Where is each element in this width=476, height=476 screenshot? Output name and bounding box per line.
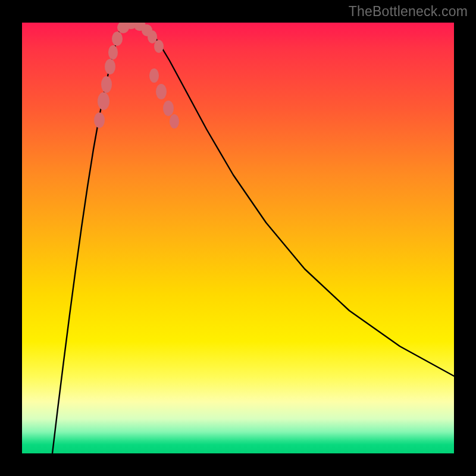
data-marker bbox=[149, 68, 159, 83]
data-marker bbox=[112, 32, 123, 46]
data-marker bbox=[154, 40, 164, 53]
data-marker bbox=[108, 45, 118, 60]
data-marker bbox=[163, 101, 174, 116]
data-marker bbox=[156, 84, 167, 99]
chart-frame: TheBottleneck.com bbox=[0, 0, 476, 476]
data-marker bbox=[148, 30, 157, 43]
data-marker bbox=[105, 59, 115, 74]
curve-path bbox=[52, 23, 454, 453]
data-marker bbox=[98, 92, 109, 110]
data-markers bbox=[94, 23, 179, 129]
data-marker bbox=[101, 76, 112, 93]
plot-area bbox=[22, 23, 454, 453]
watermark-text: TheBottleneck.com bbox=[349, 4, 468, 20]
chart-svg bbox=[22, 23, 454, 453]
data-marker bbox=[170, 114, 179, 129]
data-marker bbox=[94, 112, 105, 128]
bottleneck-curve bbox=[52, 23, 454, 453]
